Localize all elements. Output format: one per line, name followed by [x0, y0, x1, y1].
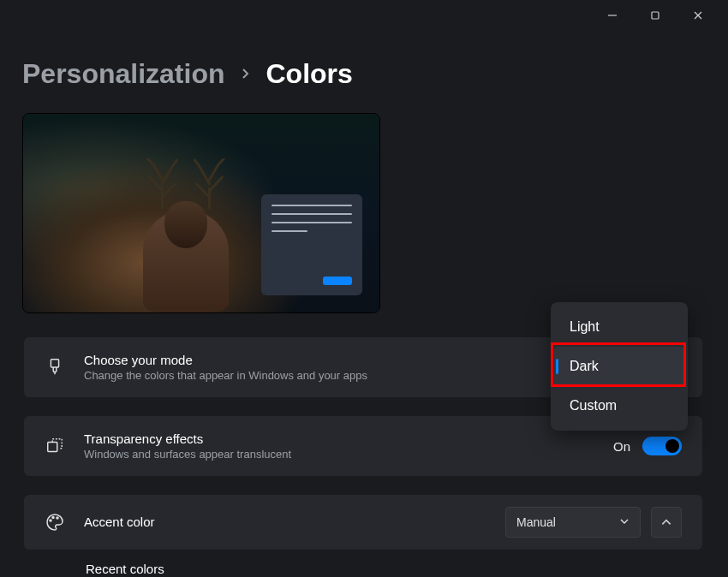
breadcrumb: Personalization Colors [22, 58, 353, 90]
mode-option-custom[interactable]: Custom [554, 386, 684, 425]
minimize-button[interactable] [600, 7, 625, 24]
accent-color-title: Accent color [84, 515, 505, 529]
transparency-title: Transparency effects [84, 431, 613, 446]
close-button[interactable] [685, 7, 711, 24]
chevron-right-icon [241, 65, 251, 83]
transparency-state-label: On [613, 439, 630, 454]
maximize-button[interactable] [642, 7, 668, 24]
accent-color-row: Accent color Manual [24, 495, 702, 550]
breadcrumb-parent[interactable]: Personalization [22, 58, 225, 90]
mode-dropdown: Light Dark Custom [551, 302, 688, 431]
palette-icon [45, 512, 65, 532]
preview-window [261, 194, 362, 295]
breadcrumb-current: Colors [266, 58, 353, 90]
transparency-toggle[interactable] [642, 437, 682, 455]
mode-option-light[interactable]: Light [554, 307, 684, 347]
accent-expand-button[interactable] [651, 507, 682, 538]
svg-rect-5 [48, 442, 57, 451]
chevron-down-icon [619, 515, 630, 529]
accent-color-select-value: Manual [516, 515, 556, 529]
window-controls [582, 0, 728, 31]
brush-icon [45, 357, 65, 378]
transparency-icon [45, 436, 65, 456]
svg-rect-1 [652, 12, 659, 19]
svg-point-8 [57, 517, 58, 519]
svg-point-6 [50, 520, 51, 521]
desktop-preview [22, 113, 380, 313]
transparency-subtitle: Windows and surfaces appear translucent [84, 448, 613, 461]
recent-colors-title: Recent colors [24, 562, 702, 576]
svg-point-7 [52, 517, 54, 519]
accent-color-select[interactable]: Manual [505, 507, 641, 538]
svg-rect-4 [51, 360, 58, 367]
mode-option-dark[interactable]: Dark [554, 347, 684, 386]
